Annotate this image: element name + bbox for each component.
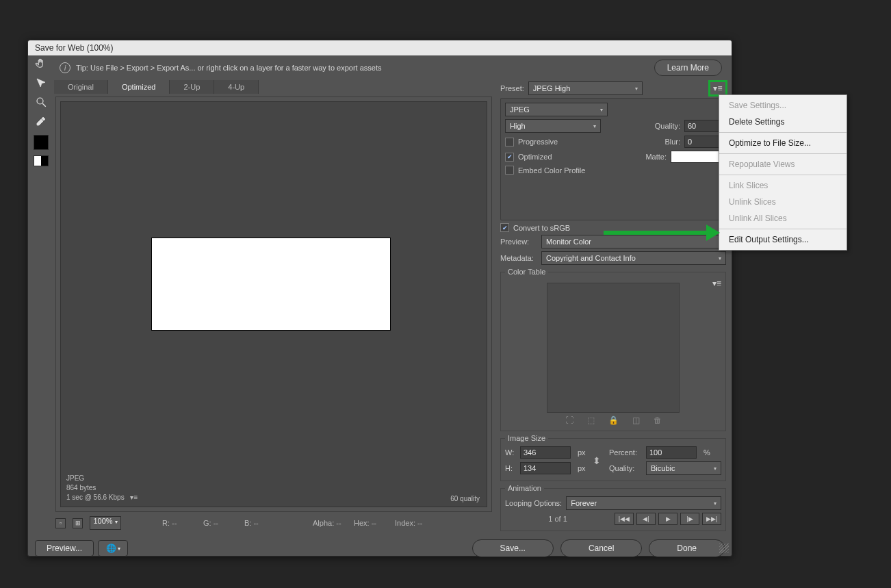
optimize-flyout-button[interactable]: ▾≡ [710, 81, 726, 95]
tab-4up[interactable]: 4-Up [214, 80, 259, 94]
info-icon: i [60, 62, 70, 73]
preset-select[interactable]: JPEG High▾ [528, 81, 643, 95]
done-button[interactable]: Done [649, 539, 725, 557]
zoom-level-select[interactable]: 100% ▾ [90, 516, 121, 530]
menu-save-settings[interactable]: Save Settings... [719, 97, 847, 114]
embed-profile-checkbox[interactable] [505, 166, 514, 175]
quality-preset-select[interactable]: High▾ [505, 119, 601, 133]
percent-label: Percent: [609, 448, 643, 457]
color-table-group: Color Table ▾≡ ⛶ ⬚ 🔒 ◫ 🗑 [500, 268, 726, 431]
quality-input[interactable] [684, 120, 721, 132]
optimized-checkbox[interactable] [505, 153, 514, 162]
progressive-checkbox[interactable] [505, 138, 514, 146]
dialog-titlebar[interactable]: Save for Web (100%) [28, 40, 732, 55]
image-canvas[interactable] [151, 238, 391, 331]
menu-optimize-to-size[interactable]: Optimize to File Size... [719, 135, 847, 151]
preview-stats: JPEG 864 bytes 1 sec @ 56.6 Kbps ▾≡ [66, 474, 138, 502]
matte-color-swatch[interactable] [671, 151, 721, 163]
menu-delete-settings[interactable]: Delete Settings [719, 114, 847, 130]
height-input[interactable] [520, 462, 571, 474]
save-for-web-dialog: Save for Web (100%) i Tip: Use File > Ex… [27, 40, 732, 557]
preview-column: i Tip: Use File > Export > Export As... … [54, 55, 727, 531]
save-button[interactable]: Save... [472, 539, 554, 557]
blur-input[interactable] [684, 136, 721, 148]
ct-new-icon[interactable]: ◫ [632, 416, 640, 425]
svg-marker-3 [706, 225, 720, 241]
metadata-label: Metadata: [500, 254, 537, 262]
optimized-label: Optimized [518, 153, 552, 161]
width-input[interactable] [520, 446, 571, 459]
menu-separator [719, 153, 847, 154]
slice-select-tool[interactable] [33, 75, 49, 91]
preview-loadtime: 1 sec @ 56.6 Kbps [66, 494, 125, 501]
toggle-a[interactable]: ▫ [55, 518, 66, 528]
menu-edit-output-settings[interactable]: Edit Output Settings... [719, 231, 847, 248]
browser-preview-button[interactable]: 🌐 ▾ [98, 540, 128, 557]
frame-next-button[interactable]: |▶ [680, 513, 699, 525]
ct-cube-icon[interactable]: ⬚ [587, 416, 595, 425]
blur-label: Blur: [664, 138, 680, 146]
ct-lock-icon[interactable]: 🔒 [608, 416, 619, 425]
preview-mode-label: Preview: [500, 238, 537, 246]
tab-2up[interactable]: 2-Up [170, 80, 214, 94]
menu-unlink-slices[interactable]: Unlink Slices [719, 194, 847, 210]
bandwidth-menu-icon[interactable]: ▾≡ [130, 493, 138, 502]
eyedropper-color-swatch[interactable] [34, 135, 49, 150]
svg-point-0 [37, 98, 43, 104]
width-label: W: [505, 448, 517, 457]
animation-group: Animation Looping Options: Forever▾ 1 of… [500, 484, 726, 531]
tab-optimized[interactable]: Optimized [108, 80, 170, 94]
frame-page-label: 1 of 1 [505, 515, 610, 523]
looping-select[interactable]: Forever▾ [566, 496, 721, 510]
status-bar: ▫ ⊞ 100% ▾ R: -- G: -- B: -- Alpha: -- H… [54, 512, 492, 531]
convert-srgb-checkbox[interactable] [500, 223, 509, 232]
dialog-title: Save for Web (100%) [35, 43, 114, 53]
preview-filesize: 864 bytes [66, 483, 138, 493]
menu-repopulate-views[interactable]: Repopulate Views [719, 156, 847, 172]
menu-separator [719, 175, 847, 175]
frame-play-button[interactable]: ▶ [658, 513, 677, 525]
frame-first-button[interactable]: |◀◀ [615, 513, 634, 525]
annotation-arrow [604, 223, 720, 242]
preset-label: Preset: [500, 84, 524, 92]
menu-separator [719, 132, 847, 133]
zoom-tool[interactable] [33, 94, 49, 110]
image-size-title: Image Size [505, 434, 548, 442]
tip-text: Tip: Use File > Export > Export As... or… [76, 64, 649, 72]
resample-quality-select[interactable]: Bicubic▾ [646, 461, 721, 475]
cancel-button[interactable]: Cancel [560, 539, 642, 557]
menu-separator [719, 229, 847, 229]
frame-prev-button[interactable]: ◀| [636, 513, 656, 525]
metadata-select[interactable]: Copyright and Contact Info▾ [541, 251, 726, 265]
readout-index: Index: -- [395, 519, 429, 527]
eyedropper-tool[interactable] [33, 113, 49, 129]
readout-alpha: Alpha: -- [313, 519, 347, 527]
tools-column [28, 55, 54, 531]
preview-pane[interactable]: JPEG 864 bytes 1 sec @ 56.6 Kbps ▾≡ 60 q… [55, 97, 492, 512]
tab-original[interactable]: Original [54, 80, 108, 94]
quality-label: Quality: [655, 122, 680, 130]
hand-tool[interactable] [33, 55, 49, 72]
toggle-b[interactable]: ⊞ [73, 518, 83, 528]
learn-more-button[interactable]: Learn More [654, 60, 722, 76]
readout-r: R: -- [162, 519, 196, 527]
frame-last-button[interactable]: ▶▶| [702, 513, 721, 525]
preview-quality: 60 quality [450, 495, 480, 502]
image-size-group: Image Size W: px ⬍ Percent: % H: [500, 434, 726, 481]
color-table-area[interactable] [547, 283, 680, 413]
preview-button[interactable]: Preview... [35, 540, 94, 557]
percent-input[interactable] [646, 446, 697, 459]
ct-trash-icon[interactable]: 🗑 [654, 416, 662, 425]
file-format-select[interactable]: JPEG▾ [505, 103, 608, 116]
resize-grip[interactable] [719, 544, 729, 553]
format-options-group: JPEG▾ High▾ Quality: [500, 98, 726, 220]
color-table-flyout-icon[interactable]: ▾≡ [712, 279, 721, 288]
svg-line-1 [42, 103, 46, 107]
ct-snap-icon[interactable]: ⛶ [565, 416, 573, 425]
menu-unlink-all-slices[interactable]: Unlink All Slices [719, 210, 847, 227]
embed-profile-label: Embed Color Profile [518, 166, 585, 175]
height-label: H: [505, 464, 517, 472]
toggle-slices-visibility[interactable] [34, 155, 49, 166]
menu-link-slices[interactable]: Link Slices [719, 177, 847, 194]
aspect-link-icon[interactable]: ⬍ [593, 455, 606, 466]
